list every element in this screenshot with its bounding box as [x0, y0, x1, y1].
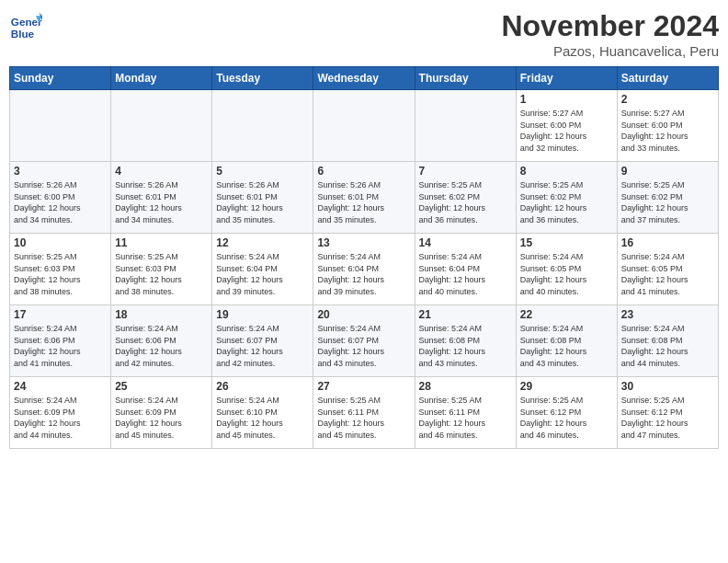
day-number: 6: [317, 165, 410, 178]
day-info: Sunrise: 5:24 AM Sunset: 6:07 PM Dayligh…: [216, 323, 309, 369]
day-info: Sunrise: 5:24 AM Sunset: 6:04 PM Dayligh…: [216, 251, 309, 297]
title-area: November 2024 Pazos, Huancavelica, Peru: [501, 9, 719, 59]
calendar-cell: 19Sunrise: 5:24 AM Sunset: 6:07 PM Dayli…: [212, 305, 313, 377]
day-info: Sunrise: 5:25 AM Sunset: 6:02 PM Dayligh…: [621, 179, 714, 225]
day-number: 25: [115, 380, 208, 393]
calendar-cell: 21Sunrise: 5:24 AM Sunset: 6:08 PM Dayli…: [415, 305, 516, 377]
header-row: SundayMondayTuesdayWednesdayThursdayFrid…: [10, 67, 719, 90]
day-info: Sunrise: 5:24 AM Sunset: 6:07 PM Dayligh…: [317, 323, 410, 369]
day-number: 2: [621, 93, 714, 106]
calendar-cell: [111, 90, 212, 162]
calendar-cell: 4Sunrise: 5:26 AM Sunset: 6:01 PM Daylig…: [111, 162, 212, 234]
week-row-4: 17Sunrise: 5:24 AM Sunset: 6:06 PM Dayli…: [10, 305, 719, 377]
day-info: Sunrise: 5:26 AM Sunset: 6:01 PM Dayligh…: [317, 179, 410, 225]
day-number: 9: [621, 165, 714, 178]
calendar-cell: 13Sunrise: 5:24 AM Sunset: 6:04 PM Dayli…: [313, 234, 415, 305]
day-number: 3: [14, 165, 107, 178]
calendar-cell: 26Sunrise: 5:24 AM Sunset: 6:10 PM Dayli…: [212, 377, 313, 449]
day-info: Sunrise: 5:24 AM Sunset: 6:10 PM Dayligh…: [216, 395, 309, 441]
calendar-cell: [415, 90, 516, 162]
day-info: Sunrise: 5:24 AM Sunset: 6:09 PM Dayligh…: [115, 395, 208, 441]
day-info: Sunrise: 5:24 AM Sunset: 6:04 PM Dayligh…: [419, 251, 512, 297]
calendar-cell: 27Sunrise: 5:25 AM Sunset: 6:11 PM Dayli…: [313, 377, 415, 449]
header-monday: Monday: [111, 67, 212, 90]
calendar-cell: 20Sunrise: 5:24 AM Sunset: 6:07 PM Dayli…: [313, 305, 415, 377]
day-info: Sunrise: 5:27 AM Sunset: 6:00 PM Dayligh…: [520, 108, 613, 154]
day-number: 19: [216, 308, 309, 321]
calendar-page: General Blue November 2024 Pazos, Huanca…: [0, 0, 728, 563]
day-number: 30: [621, 380, 714, 393]
calendar-cell: 24Sunrise: 5:24 AM Sunset: 6:09 PM Dayli…: [10, 377, 111, 449]
calendar-cell: 12Sunrise: 5:24 AM Sunset: 6:04 PM Dayli…: [212, 234, 313, 305]
day-number: 11: [115, 236, 208, 249]
calendar-cell: 6Sunrise: 5:26 AM Sunset: 6:01 PM Daylig…: [313, 162, 415, 234]
week-row-5: 24Sunrise: 5:24 AM Sunset: 6:09 PM Dayli…: [10, 377, 719, 449]
calendar-cell: [10, 90, 111, 162]
header-saturday: Saturday: [617, 67, 718, 90]
day-number: 4: [115, 165, 208, 178]
day-number: 17: [14, 308, 107, 321]
calendar-cell: [212, 90, 313, 162]
calendar-cell: 18Sunrise: 5:24 AM Sunset: 6:06 PM Dayli…: [111, 305, 212, 377]
day-number: 27: [317, 380, 410, 393]
day-number: 14: [419, 236, 512, 249]
day-info: Sunrise: 5:25 AM Sunset: 6:02 PM Dayligh…: [520, 179, 613, 225]
day-number: 10: [14, 236, 107, 249]
calendar-cell: 15Sunrise: 5:24 AM Sunset: 6:05 PM Dayli…: [516, 234, 617, 305]
day-info: Sunrise: 5:27 AM Sunset: 6:00 PM Dayligh…: [621, 108, 714, 154]
day-number: 20: [317, 308, 410, 321]
day-number: 29: [520, 380, 613, 393]
calendar-cell: 9Sunrise: 5:25 AM Sunset: 6:02 PM Daylig…: [617, 162, 718, 234]
calendar-cell: 16Sunrise: 5:24 AM Sunset: 6:05 PM Dayli…: [617, 234, 718, 305]
day-number: 28: [419, 380, 512, 393]
header-wednesday: Wednesday: [313, 67, 415, 90]
calendar-cell: 29Sunrise: 5:25 AM Sunset: 6:12 PM Dayli…: [516, 377, 617, 449]
header-friday: Friday: [516, 67, 617, 90]
day-number: 1: [520, 93, 613, 106]
calendar-cell: 23Sunrise: 5:24 AM Sunset: 6:08 PM Dayli…: [617, 305, 718, 377]
header-tuesday: Tuesday: [212, 67, 313, 90]
day-number: 8: [520, 165, 613, 178]
day-info: Sunrise: 5:25 AM Sunset: 6:02 PM Dayligh…: [419, 179, 512, 225]
calendar-cell: 11Sunrise: 5:25 AM Sunset: 6:03 PM Dayli…: [111, 234, 212, 305]
calendar-cell: 30Sunrise: 5:25 AM Sunset: 6:12 PM Dayli…: [617, 377, 718, 449]
day-info: Sunrise: 5:26 AM Sunset: 6:00 PM Dayligh…: [14, 179, 107, 225]
day-info: Sunrise: 5:24 AM Sunset: 6:06 PM Dayligh…: [115, 323, 208, 369]
day-number: 21: [419, 308, 512, 321]
day-info: Sunrise: 5:24 AM Sunset: 6:08 PM Dayligh…: [621, 323, 714, 369]
calendar-cell: 8Sunrise: 5:25 AM Sunset: 6:02 PM Daylig…: [516, 162, 617, 234]
day-info: Sunrise: 5:25 AM Sunset: 6:12 PM Dayligh…: [621, 395, 714, 441]
logo-icon: General Blue: [9, 9, 42, 42]
day-number: 12: [216, 236, 309, 249]
header-sunday: Sunday: [10, 67, 111, 90]
day-number: 26: [216, 380, 309, 393]
logo: General Blue: [9, 9, 42, 42]
week-row-3: 10Sunrise: 5:25 AM Sunset: 6:03 PM Dayli…: [10, 234, 719, 305]
svg-text:Blue: Blue: [11, 28, 35, 40]
day-info: Sunrise: 5:25 AM Sunset: 6:03 PM Dayligh…: [14, 251, 107, 297]
day-info: Sunrise: 5:24 AM Sunset: 6:05 PM Dayligh…: [621, 251, 714, 297]
calendar-cell: 3Sunrise: 5:26 AM Sunset: 6:00 PM Daylig…: [10, 162, 111, 234]
day-number: 16: [621, 236, 714, 249]
calendar-cell: 10Sunrise: 5:25 AM Sunset: 6:03 PM Dayli…: [10, 234, 111, 305]
day-info: Sunrise: 5:24 AM Sunset: 6:06 PM Dayligh…: [14, 323, 107, 369]
day-number: 5: [216, 165, 309, 178]
calendar-cell: [313, 90, 415, 162]
day-number: 13: [317, 236, 410, 249]
day-info: Sunrise: 5:24 AM Sunset: 6:08 PM Dayligh…: [419, 323, 512, 369]
day-number: 18: [115, 308, 208, 321]
calendar-cell: 1Sunrise: 5:27 AM Sunset: 6:00 PM Daylig…: [516, 90, 617, 162]
day-number: 15: [520, 236, 613, 249]
day-info: Sunrise: 5:25 AM Sunset: 6:11 PM Dayligh…: [419, 395, 512, 441]
header: General Blue November 2024 Pazos, Huanca…: [9, 9, 719, 59]
day-info: Sunrise: 5:25 AM Sunset: 6:03 PM Dayligh…: [115, 251, 208, 297]
calendar-cell: 25Sunrise: 5:24 AM Sunset: 6:09 PM Dayli…: [111, 377, 212, 449]
calendar-cell: 2Sunrise: 5:27 AM Sunset: 6:00 PM Daylig…: [617, 90, 718, 162]
calendar-cell: 28Sunrise: 5:25 AM Sunset: 6:11 PM Dayli…: [415, 377, 516, 449]
header-thursday: Thursday: [415, 67, 516, 90]
day-number: 22: [520, 308, 613, 321]
calendar-cell: 5Sunrise: 5:26 AM Sunset: 6:01 PM Daylig…: [212, 162, 313, 234]
day-info: Sunrise: 5:26 AM Sunset: 6:01 PM Dayligh…: [216, 179, 309, 225]
week-row-1: 1Sunrise: 5:27 AM Sunset: 6:00 PM Daylig…: [10, 90, 719, 162]
day-number: 24: [14, 380, 107, 393]
